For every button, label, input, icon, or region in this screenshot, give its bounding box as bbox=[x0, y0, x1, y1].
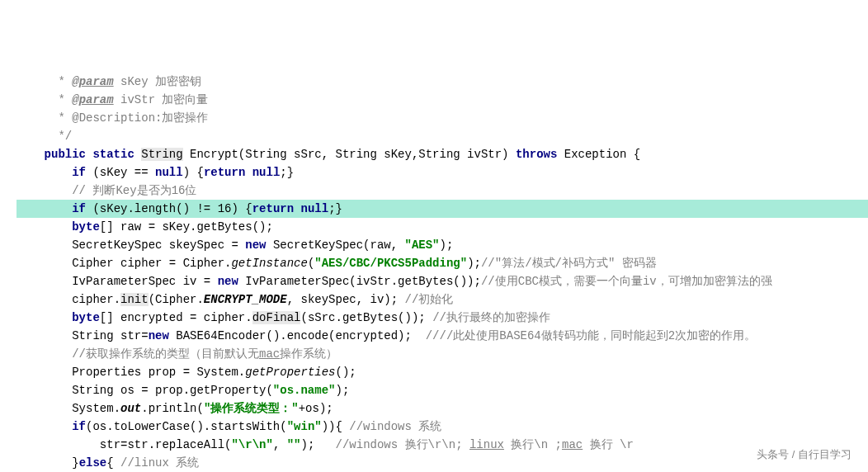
code-line[interactable]: //获取操作系统的类型（目前默认无mac操作系统） bbox=[17, 345, 868, 363]
code-line[interactable]: IvParameterSpec iv = new IvParameterSpec… bbox=[17, 272, 868, 290]
watermark-text: 头条号 / 自行目学习 bbox=[757, 446, 851, 464]
code-token: ); bbox=[467, 257, 481, 270]
code-token: * bbox=[51, 111, 72, 125]
code-token: ) { bbox=[231, 202, 252, 215]
code-token: if bbox=[72, 166, 86, 179]
code-token: if bbox=[72, 420, 86, 433]
code-token: init bbox=[120, 293, 149, 306]
code-line[interactable]: Properties prop = System.getProperties()… bbox=[17, 363, 868, 381]
code-token: linux bbox=[469, 438, 504, 451]
code-token: [] encrypted = cipher. bbox=[100, 311, 252, 324]
code-line[interactable]: if (sKey.length() != 16) {return null;} bbox=[17, 200, 868, 218]
code-token: "AES/CBC/PKCS5Padding" bbox=[314, 257, 467, 270]
code-line[interactable]: System.out.println("操作系统类型："+os); bbox=[17, 399, 868, 418]
code-line[interactable]: * @Description:加密操作 bbox=[17, 109, 868, 127]
code-token: 加密操作 bbox=[162, 111, 208, 125]
code-token: "操作系统类型：" bbox=[204, 402, 299, 415]
code-token: 换行 \r bbox=[583, 438, 634, 451]
code-line[interactable]: public static String Encrypt(String sSrc… bbox=[17, 145, 868, 163]
code-token: //windows 系统 bbox=[349, 420, 441, 433]
code-token: (sSrc.getBytes()); bbox=[300, 311, 432, 324]
code-token: , bbox=[273, 438, 287, 451]
code-token: */ bbox=[51, 130, 72, 143]
code-token: new bbox=[245, 238, 266, 252]
code-token: getInstance bbox=[231, 257, 307, 270]
code-token: String str= bbox=[72, 329, 148, 342]
code-token: //"算法/模式/补码方式" 密码器 bbox=[481, 257, 657, 270]
code-line[interactable]: * @param sKey 加密密钥 bbox=[17, 73, 868, 91]
code-token: SecretKeySpec(raw, bbox=[266, 238, 404, 252]
code-token: )){ bbox=[322, 420, 350, 433]
code-line[interactable]: String str=new BASE64Encoder().encode(en… bbox=[17, 327, 868, 345]
code-token: System. bbox=[72, 402, 120, 415]
code-token: [] raw = sKey.getBytes(); bbox=[100, 220, 273, 234]
code-token: (sKey.length() != bbox=[86, 202, 218, 215]
code-token: ;} bbox=[328, 202, 342, 215]
code-token: return null bbox=[204, 166, 280, 179]
code-token: IvParameterSpec iv = bbox=[72, 275, 217, 288]
code-line[interactable]: if(os.toLowerCase().startsWith("win")){ … bbox=[17, 418, 868, 436]
code-token: byte bbox=[72, 220, 100, 234]
code-token: +os); bbox=[299, 402, 333, 415]
code-token: mac bbox=[259, 347, 280, 361]
code-token: Exception { bbox=[557, 148, 640, 161]
code-line[interactable]: SecretKeySpec skeySpec = new SecretKeySp… bbox=[17, 236, 868, 254]
code-token: "\r\n" bbox=[231, 438, 272, 451]
code-token: (Cipher. bbox=[149, 293, 204, 306]
code-line[interactable]: cipher.init(Cipher.ENCRYPT_MODE, skeySpe… bbox=[17, 290, 868, 309]
code-token: String bbox=[141, 148, 182, 161]
code-token: else bbox=[79, 456, 107, 470]
code-line[interactable]: if (sKey == null) {return null;} bbox=[17, 163, 868, 182]
code-token: throws bbox=[516, 148, 557, 161]
code-token: 16 bbox=[218, 202, 232, 215]
code-token: byte bbox=[72, 311, 100, 324]
code-token: null bbox=[155, 166, 183, 179]
code-line[interactable]: byte[] raw = sKey.getBytes(); bbox=[17, 218, 868, 236]
code-token: "" bbox=[287, 438, 301, 451]
code-token: str=str.replaceAll( bbox=[100, 438, 232, 451]
code-token: String os = prop.getProperty( bbox=[72, 384, 273, 397]
code-token: mac bbox=[562, 438, 583, 451]
code-token: "win" bbox=[287, 420, 322, 433]
code-token: //执行最终的加密操作 bbox=[432, 311, 550, 324]
code-line[interactable]: * @param ivStr 加密向量 bbox=[17, 91, 868, 109]
code-line[interactable]: String os = prop.getProperty("os.name"); bbox=[17, 381, 868, 399]
code-token: Cipher cipher = Cipher. bbox=[72, 257, 231, 270]
code-token: //使用CBC模式，需要一个向量iv，可增加加密算法的强 bbox=[481, 275, 772, 288]
code-token: ); bbox=[335, 384, 349, 397]
code-token: BASE64Encoder().encode(encrypted); bbox=[169, 329, 426, 342]
code-token: sKey 加密密钥 bbox=[114, 75, 201, 88]
code-token: SecretKeySpec skeySpec = bbox=[72, 238, 245, 252]
code-token: out bbox=[120, 402, 141, 415]
code-token: ////此处使用BASE64做转码功能，同时能起到2次加密的作用。 bbox=[426, 329, 756, 342]
code-line[interactable]: byte[] encrypted = cipher.doFinal(sSrc.g… bbox=[17, 309, 868, 327]
code-line[interactable]: str=str.replaceAll("\r\n", ""); //window… bbox=[17, 436, 868, 454]
code-token: * bbox=[51, 75, 72, 88]
code-token: 换行\n ; bbox=[504, 438, 562, 451]
code-token: return null bbox=[252, 202, 328, 215]
code-token: } bbox=[72, 456, 78, 470]
code-line[interactable]: Cipher cipher = Cipher.getInstance("AES/… bbox=[17, 254, 868, 272]
code-token: ;} bbox=[280, 166, 294, 179]
code-token: "AES" bbox=[405, 238, 440, 252]
code-line[interactable]: }else{ //linux 系统 bbox=[17, 454, 868, 472]
code-token: (); bbox=[335, 366, 356, 379]
code-token: * bbox=[51, 93, 72, 106]
code-token: .println( bbox=[141, 402, 204, 415]
code-line[interactable]: // 判断Key是否为16位 bbox=[17, 182, 868, 200]
code-token: (os.toLowerCase().startsWith( bbox=[86, 420, 287, 433]
code-token: ); bbox=[440, 238, 454, 252]
code-token: doFinal bbox=[252, 311, 301, 324]
code-token: ivStr 加密向量 bbox=[114, 93, 209, 106]
code-token: @Description: bbox=[72, 111, 162, 125]
code-token: 操作系统） bbox=[280, 347, 337, 361]
code-line[interactable]: */ bbox=[17, 127, 868, 145]
code-token: public static bbox=[45, 148, 142, 161]
code-token: IvParameterSpec(ivStr.getBytes()); bbox=[238, 275, 481, 288]
code-token: Properties prop = System. bbox=[72, 366, 245, 379]
code-editor[interactable]: * @param sKey 加密密钥 * @param ivStr 加密向量 *… bbox=[0, 73, 868, 472]
code-token: new bbox=[149, 329, 169, 342]
code-token: ); bbox=[301, 438, 336, 451]
code-token: "os.name" bbox=[273, 384, 336, 397]
code-token: if bbox=[72, 202, 86, 215]
